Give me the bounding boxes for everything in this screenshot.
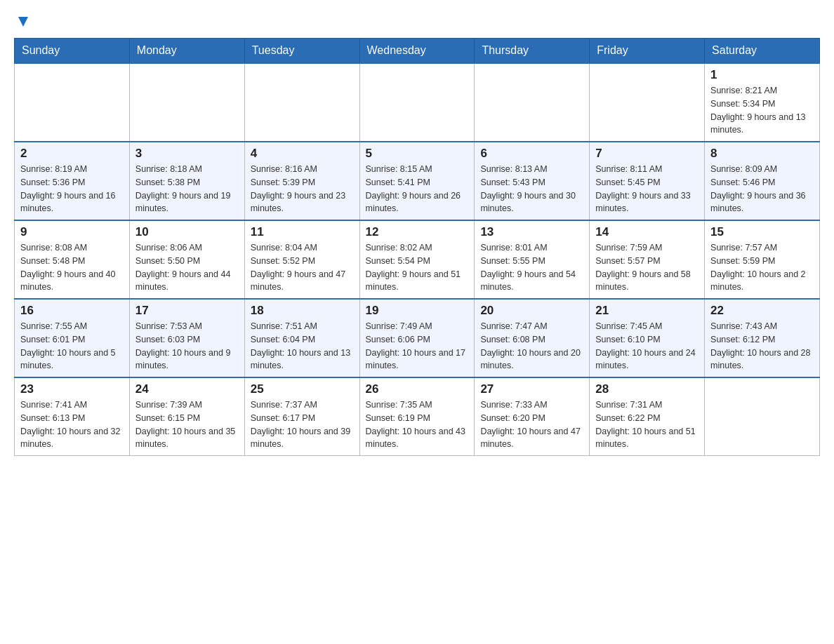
calendar-cell: 24Sunrise: 7:39 AMSunset: 6:15 PMDayligh… — [129, 377, 244, 456]
calendar-cell — [359, 63, 475, 142]
day-info: Sunrise: 8:02 AMSunset: 5:54 PMDaylight:… — [366, 241, 469, 294]
day-info: Sunrise: 7:51 AMSunset: 6:04 PMDaylight:… — [251, 320, 354, 373]
calendar-cell: 20Sunrise: 7:47 AMSunset: 6:08 PMDayligh… — [475, 299, 590, 377]
day-number: 2 — [20, 147, 124, 161]
calendar-cell — [244, 63, 359, 142]
day-info: Sunrise: 8:09 AMSunset: 5:46 PMDaylight:… — [710, 163, 814, 215]
day-number: 4 — [251, 147, 354, 161]
calendar-cell: 19Sunrise: 7:49 AMSunset: 6:06 PMDayligh… — [359, 299, 475, 377]
day-info: Sunrise: 7:49 AMSunset: 6:06 PMDaylight:… — [366, 320, 469, 373]
calendar-cell: 25Sunrise: 7:37 AMSunset: 6:17 PMDayligh… — [244, 377, 359, 456]
calendar-cell: 18Sunrise: 7:51 AMSunset: 6:04 PMDayligh… — [244, 299, 359, 377]
day-number: 27 — [480, 382, 583, 396]
day-number: 9 — [20, 225, 124, 239]
day-info: Sunrise: 7:41 AMSunset: 6:13 PMDaylight:… — [20, 398, 124, 451]
day-number: 7 — [595, 147, 699, 161]
day-info: Sunrise: 7:59 AMSunset: 5:57 PMDaylight:… — [595, 241, 699, 294]
day-number: 5 — [366, 147, 469, 161]
calendar-header-row: SundayMondayTuesdayWednesdayThursdayFrid… — [15, 39, 820, 64]
day-info: Sunrise: 7:35 AMSunset: 6:19 PMDaylight:… — [366, 398, 469, 451]
day-header-monday: Monday — [129, 39, 244, 64]
day-number: 19 — [366, 304, 469, 318]
day-info: Sunrise: 7:33 AMSunset: 6:20 PMDaylight:… — [480, 398, 583, 451]
day-info: Sunrise: 8:15 AMSunset: 5:41 PMDaylight:… — [366, 163, 469, 215]
calendar-cell: 4Sunrise: 8:16 AMSunset: 5:39 PMDaylight… — [244, 142, 359, 220]
day-number: 1 — [710, 68, 814, 82]
calendar-cell: 12Sunrise: 8:02 AMSunset: 5:54 PMDayligh… — [359, 220, 475, 299]
day-info: Sunrise: 8:06 AMSunset: 5:50 PMDaylight:… — [135, 241, 239, 294]
day-header-tuesday: Tuesday — [244, 39, 359, 64]
day-number: 14 — [595, 225, 699, 239]
day-number: 13 — [480, 225, 583, 239]
calendar-cell: 13Sunrise: 8:01 AMSunset: 5:55 PMDayligh… — [475, 220, 590, 299]
day-number: 25 — [251, 382, 354, 396]
calendar-cell: 17Sunrise: 7:53 AMSunset: 6:03 PMDayligh… — [129, 299, 244, 377]
day-header-wednesday: Wednesday — [359, 39, 475, 64]
day-number: 18 — [251, 304, 354, 318]
calendar-cell — [590, 63, 705, 142]
day-info: Sunrise: 8:16 AMSunset: 5:39 PMDaylight:… — [251, 163, 354, 215]
calendar-cell: 5Sunrise: 8:15 AMSunset: 5:41 PMDaylight… — [359, 142, 475, 220]
day-number: 12 — [366, 225, 469, 239]
calendar-cell: 16Sunrise: 7:55 AMSunset: 6:01 PMDayligh… — [15, 299, 130, 377]
day-number: 26 — [366, 382, 469, 396]
calendar-cell: 26Sunrise: 7:35 AMSunset: 6:19 PMDayligh… — [359, 377, 475, 456]
calendar-cell: 9Sunrise: 8:08 AMSunset: 5:48 PMDaylight… — [15, 220, 130, 299]
day-info: Sunrise: 8:18 AMSunset: 5:38 PMDaylight:… — [135, 163, 239, 215]
day-info: Sunrise: 8:11 AMSunset: 5:45 PMDaylight:… — [595, 163, 699, 215]
week-row-2: 2Sunrise: 8:19 AMSunset: 5:36 PMDaylight… — [15, 142, 820, 220]
calendar-cell: 28Sunrise: 7:31 AMSunset: 6:22 PMDayligh… — [590, 377, 705, 456]
day-header-friday: Friday — [590, 39, 705, 64]
calendar-cell: 7Sunrise: 8:11 AMSunset: 5:45 PMDaylight… — [590, 142, 705, 220]
calendar-cell: 21Sunrise: 7:45 AMSunset: 6:10 PMDayligh… — [590, 299, 705, 377]
day-info: Sunrise: 7:55 AMSunset: 6:01 PMDaylight:… — [20, 320, 124, 373]
logo — [14, 14, 31, 27]
day-number: 17 — [135, 304, 239, 318]
calendar-cell — [15, 63, 130, 142]
calendar-cell: 14Sunrise: 7:59 AMSunset: 5:57 PMDayligh… — [590, 220, 705, 299]
calendar-cell: 1Sunrise: 8:21 AMSunset: 5:34 PMDaylight… — [705, 63, 820, 142]
calendar-cell: 6Sunrise: 8:13 AMSunset: 5:43 PMDaylight… — [475, 142, 590, 220]
week-row-1: 1Sunrise: 8:21 AMSunset: 5:34 PMDaylight… — [15, 63, 820, 142]
day-number: 8 — [710, 147, 814, 161]
day-number: 21 — [595, 304, 699, 318]
logo-triangle-icon — [15, 14, 31, 29]
week-row-5: 23Sunrise: 7:41 AMSunset: 6:13 PMDayligh… — [15, 377, 820, 456]
day-number: 20 — [480, 304, 583, 318]
calendar-table: SundayMondayTuesdayWednesdayThursdayFrid… — [14, 38, 820, 456]
day-number: 15 — [710, 225, 814, 239]
calendar-cell: 10Sunrise: 8:06 AMSunset: 5:50 PMDayligh… — [129, 220, 244, 299]
day-info: Sunrise: 7:47 AMSunset: 6:08 PMDaylight:… — [480, 320, 583, 373]
day-info: Sunrise: 8:01 AMSunset: 5:55 PMDaylight:… — [480, 241, 583, 294]
day-info: Sunrise: 7:53 AMSunset: 6:03 PMDaylight:… — [135, 320, 239, 373]
day-number: 10 — [135, 225, 239, 239]
calendar-cell: 2Sunrise: 8:19 AMSunset: 5:36 PMDaylight… — [15, 142, 130, 220]
day-info: Sunrise: 8:04 AMSunset: 5:52 PMDaylight:… — [251, 241, 354, 294]
calendar-cell — [475, 63, 590, 142]
day-number: 23 — [20, 382, 124, 396]
day-header-sunday: Sunday — [15, 39, 130, 64]
page-header — [14, 14, 820, 27]
week-row-4: 16Sunrise: 7:55 AMSunset: 6:01 PMDayligh… — [15, 299, 820, 377]
calendar-cell: 27Sunrise: 7:33 AMSunset: 6:20 PMDayligh… — [475, 377, 590, 456]
calendar-cell: 23Sunrise: 7:41 AMSunset: 6:13 PMDayligh… — [15, 377, 130, 456]
day-info: Sunrise: 7:39 AMSunset: 6:15 PMDaylight:… — [135, 398, 239, 451]
calendar-cell — [705, 377, 820, 456]
calendar-cell: 11Sunrise: 8:04 AMSunset: 5:52 PMDayligh… — [244, 220, 359, 299]
day-info: Sunrise: 8:21 AMSunset: 5:34 PMDaylight:… — [710, 84, 814, 137]
day-number: 28 — [595, 382, 699, 396]
day-number: 22 — [710, 304, 814, 318]
day-info: Sunrise: 7:57 AMSunset: 5:59 PMDaylight:… — [710, 241, 814, 294]
day-header-saturday: Saturday — [705, 39, 820, 64]
calendar-cell: 22Sunrise: 7:43 AMSunset: 6:12 PMDayligh… — [705, 299, 820, 377]
svg-marker-0 — [18, 17, 28, 27]
day-info: Sunrise: 8:08 AMSunset: 5:48 PMDaylight:… — [20, 241, 124, 294]
calendar-cell — [129, 63, 244, 142]
day-info: Sunrise: 8:13 AMSunset: 5:43 PMDaylight:… — [480, 163, 583, 215]
day-number: 3 — [135, 147, 239, 161]
day-number: 16 — [20, 304, 124, 318]
calendar-cell: 3Sunrise: 8:18 AMSunset: 5:38 PMDaylight… — [129, 142, 244, 220]
day-number: 6 — [480, 147, 583, 161]
calendar-cell: 15Sunrise: 7:57 AMSunset: 5:59 PMDayligh… — [705, 220, 820, 299]
day-info: Sunrise: 7:45 AMSunset: 6:10 PMDaylight:… — [595, 320, 699, 373]
